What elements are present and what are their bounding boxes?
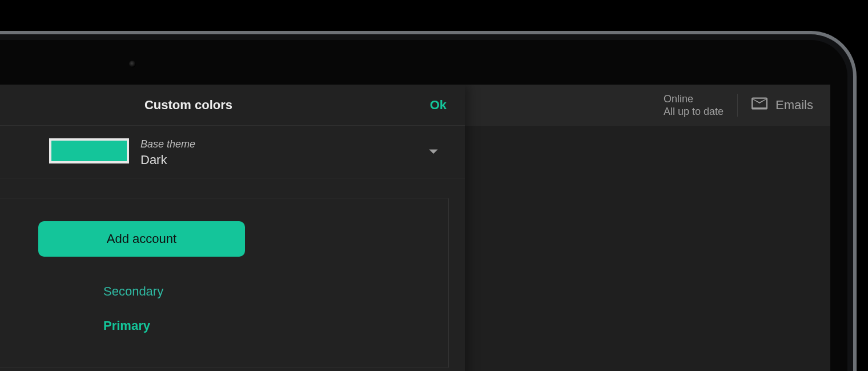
- connection-status: Online All up to date: [664, 93, 724, 118]
- emails-label: Emails: [775, 98, 813, 113]
- theme-preview-card: Add account Secondary Primary: [0, 198, 449, 368]
- panel-header: Custom colors Ok: [0, 85, 465, 126]
- base-theme-value: Dark: [140, 153, 195, 167]
- device-camera: [129, 61, 136, 67]
- app-screen: Online All up to date Emails: [0, 85, 830, 371]
- primary-example[interactable]: Primary: [103, 318, 448, 333]
- mail-icon: [752, 97, 767, 113]
- panel-title: Custom colors: [0, 98, 465, 113]
- stage: Online All up to date Emails: [0, 0, 868, 371]
- device-inner-bezel: Online All up to date Emails: [0, 34, 853, 371]
- emails-button[interactable]: Emails: [752, 97, 813, 113]
- status-online: Online: [664, 93, 693, 106]
- theme-color-swatch[interactable]: [49, 138, 129, 163]
- theme-text: Base theme Dark: [140, 138, 195, 167]
- secondary-example[interactable]: Secondary: [103, 284, 448, 299]
- base-theme-label: Base theme: [140, 138, 195, 150]
- device-outer-bezel: Online All up to date Emails: [0, 31, 857, 371]
- custom-colors-panel: Custom colors Ok Base theme Dark: [0, 85, 465, 371]
- ok-button[interactable]: Ok: [430, 98, 447, 113]
- status-divider: [737, 94, 738, 117]
- base-theme-row[interactable]: Base theme Dark: [0, 126, 465, 178]
- add-account-button[interactable]: Add account: [38, 221, 245, 257]
- chevron-down-icon: [428, 147, 439, 159]
- status-sync: All up to date: [664, 105, 724, 118]
- device-glass: Online All up to date Emails: [0, 40, 847, 371]
